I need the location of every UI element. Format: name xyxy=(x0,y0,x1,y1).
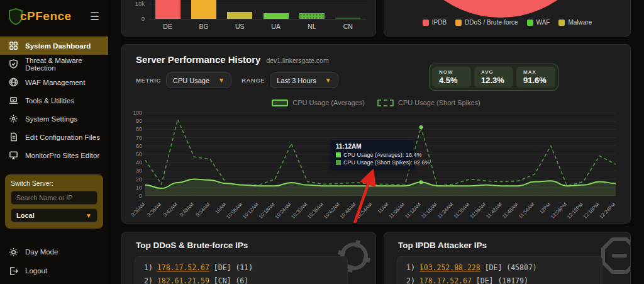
svg-text:11:54AM: 11:54AM xyxy=(518,202,536,220)
sidebar-item-system-settings[interactable]: System Settings xyxy=(0,110,108,128)
chart-legend-short-spikes[interactable]: CPU Usage (Short Spikes) xyxy=(377,99,480,106)
shield-check-icon xyxy=(9,59,18,69)
server-search-input[interactable] xyxy=(11,191,97,205)
ip-link[interactable]: 103.252.88.228 xyxy=(419,263,480,272)
switch-server-label: Switch Server: xyxy=(11,179,97,187)
server-performance-panel: Server Performance History dev1.linkersg… xyxy=(121,44,631,224)
svg-text:10AM: 10AM xyxy=(214,202,227,215)
legend-label: WAF xyxy=(536,19,550,26)
bar-ytick-10k: 10k xyxy=(123,0,145,7)
sidebar-item-label: Tools & Utilities xyxy=(25,97,74,105)
ddos-ip-list: 1) 178.17.52.67 [DE] (11)2) 182.61.21.59… xyxy=(135,256,348,284)
stats-group: NOW4.5%AVG12.3%MAX91.6% xyxy=(429,64,558,91)
bar-label-bg: BG xyxy=(191,23,216,30)
bar-baseline xyxy=(150,19,367,20)
chevron-down-icon: ▼ xyxy=(325,77,331,84)
svg-text:11AM: 11AM xyxy=(377,202,390,215)
server-select[interactable]: Local ▼ xyxy=(11,208,97,222)
sidebar-item-monitorpro-sites-editor[interactable]: MonitorPro Sites Editor xyxy=(0,146,108,164)
gear-icon xyxy=(9,114,18,123)
sidebar-item-threat-malware-detection[interactable]: Threat & Malware Detection xyxy=(0,55,108,73)
svg-text:10:48AM: 10:48AM xyxy=(339,202,357,220)
ip-link[interactable]: 178.17.52.67 xyxy=(419,276,472,284)
bar-label-nl: NL xyxy=(299,23,325,30)
svg-text:12PM: 12PM xyxy=(538,202,552,215)
svg-text:9:36AM: 9:36AM xyxy=(146,202,162,218)
pie-legend-malware[interactable]: Malware xyxy=(558,19,592,26)
svg-text:60: 60 xyxy=(136,143,142,149)
bar-plot xyxy=(150,0,366,19)
bar-us xyxy=(227,12,252,19)
svg-text:10:54AM: 10:54AM xyxy=(355,202,374,220)
sidebar-item-day-mode[interactable]: Day Mode xyxy=(0,242,108,261)
svg-text:40: 40 xyxy=(136,159,142,166)
svg-text:9:48AM: 9:48AM xyxy=(179,202,195,218)
stat-value: 12.3% xyxy=(481,76,506,85)
bar-nl xyxy=(299,13,325,19)
ip-row: 1) 103.252.88.228 [DE] (45807) xyxy=(406,261,593,275)
bar-bg xyxy=(191,0,216,19)
bar-ytick-0: 0 xyxy=(123,15,145,22)
ip-rank: 1) xyxy=(144,263,157,272)
ip-link[interactable]: 182.61.21.59 xyxy=(157,276,209,284)
logo: cPFence ☰ xyxy=(0,0,108,31)
globe-icon xyxy=(9,77,18,87)
attack-types-panel: IPDBDDoS / Brute-forceWAFMalware xyxy=(384,0,631,37)
chart-legend: CPU Usage (Averages)CPU Usage (Short Spi… xyxy=(122,99,630,106)
legend-label: DDoS / Brute-force xyxy=(465,19,518,26)
sidebar-item-label: MonitorPro Sites Editor xyxy=(25,152,99,159)
svg-text:11:36AM: 11:36AM xyxy=(469,202,487,220)
legend-swatch xyxy=(377,99,394,106)
svg-text:9:42AM: 9:42AM xyxy=(162,202,179,218)
pie-legend-ddos-brute-force[interactable]: DDoS / Brute-force xyxy=(455,19,518,26)
sidebar-item-waf-management[interactable]: WAF Management xyxy=(0,73,108,91)
ipdb-panel-title: Top IPDB Attacker IPs xyxy=(384,232,630,250)
sidebar-item-edit-configuration-files[interactable]: Edit Configuration Files xyxy=(0,128,108,146)
pie-legend-ipdb[interactable]: IPDB xyxy=(423,19,447,26)
pie-legend: IPDBDDoS / Brute-forceWAFMalware xyxy=(384,19,630,26)
chart-tooltip: 11:12AM CPU Usage (Averages): 16.4%CPU U… xyxy=(331,140,414,169)
sidebar-item-label: Edit Configuration Files xyxy=(25,133,100,141)
range-dropdown[interactable]: Last 3 Hours ▼ xyxy=(270,72,338,88)
sidebar-item-tools-utilities[interactable]: Tools & Utilities xyxy=(0,91,108,110)
svg-text:11:06AM: 11:06AM xyxy=(388,202,406,220)
chart-legend-averages[interactable]: CPU Usage (Averages) xyxy=(272,99,365,106)
svg-text:90: 90 xyxy=(136,118,142,124)
legend-label: IPDB xyxy=(432,19,447,26)
server-select-value: Local xyxy=(16,212,35,219)
stat-now: NOW4.5% xyxy=(432,67,471,88)
sidebar-item-system-dashboard[interactable]: System Dashboard xyxy=(0,37,108,55)
bar-label-ua: UA xyxy=(264,23,289,30)
bar-category-labels: DEBGUSUANLCN xyxy=(150,23,366,30)
laptop-icon xyxy=(9,96,18,105)
ip-detail: [DE] (10179) xyxy=(472,276,528,284)
metric-dropdown[interactable]: CPU Usage ▼ xyxy=(166,72,231,88)
sidebar-footer: Day ModeLogout xyxy=(0,242,108,280)
ip-row: 1) 178.17.52.67 [DE] (11) xyxy=(144,261,338,275)
attacks-by-country-panel: 10k 0 DEBGUSUANLCN xyxy=(121,0,376,37)
bar-cn xyxy=(335,18,360,19)
legend-swatch xyxy=(558,20,565,26)
stat-label: MAX xyxy=(523,69,548,75)
sidebar-item-label: System Settings xyxy=(25,115,77,123)
bar-label-cn: CN xyxy=(335,23,360,30)
ipdb-ip-list: 1) 103.252.88.228 [DE] (45807)2) 178.17.… xyxy=(397,256,602,284)
svg-text:9:54AM: 9:54AM xyxy=(195,202,211,218)
svg-text:0: 0 xyxy=(139,193,142,199)
svg-text:12:18PM: 12:18PM xyxy=(582,202,601,220)
hamburger-menu-icon[interactable]: ☰ xyxy=(90,11,99,22)
tooltip-text: CPU Usage (Short Spikes): 82.6% xyxy=(343,159,430,166)
sidebar-item-logout[interactable]: Logout xyxy=(0,261,108,280)
ip-link[interactable]: 178.17.52.67 xyxy=(157,263,209,272)
pie-legend-waf[interactable]: WAF xyxy=(527,19,550,26)
app-title: cPFence xyxy=(20,9,72,23)
svg-text:12:24PM: 12:24PM xyxy=(598,202,616,220)
tooltip-series-swatch xyxy=(336,160,341,165)
bar-label-us: US xyxy=(227,23,252,30)
svg-text:11:24AM: 11:24AM xyxy=(436,202,455,220)
sidebar-item-label: Threat & Malware Detection xyxy=(25,57,108,72)
legend-label: CPU Usage (Short Spikes) xyxy=(398,99,480,106)
top-ddos-panel: Top DDoS & Brute-force IPs 1) 178.17.52.… xyxy=(121,232,376,284)
ip-row: 2) 178.17.52.67 [DE] (10179) xyxy=(406,275,593,284)
stat-value: 91.6% xyxy=(523,76,548,85)
